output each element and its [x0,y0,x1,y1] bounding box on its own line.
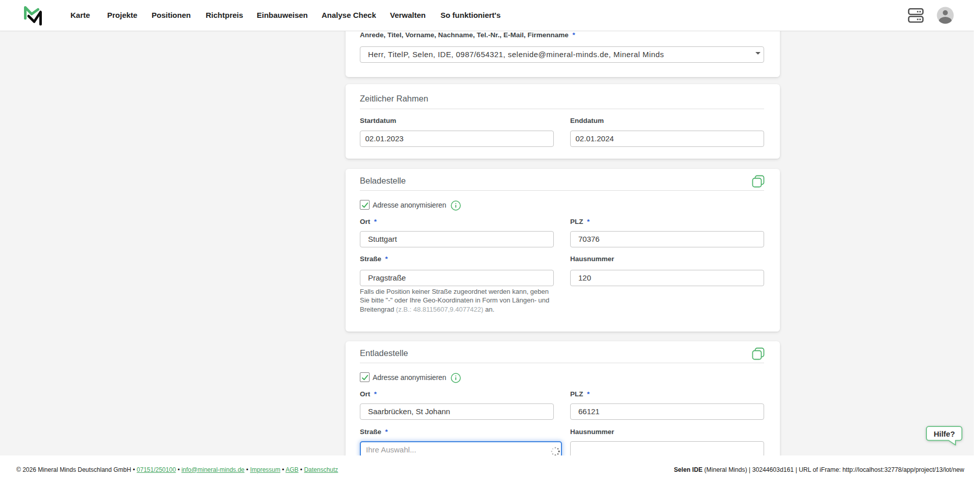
svg-text:Hilfe?: Hilfe? [934,429,955,438]
